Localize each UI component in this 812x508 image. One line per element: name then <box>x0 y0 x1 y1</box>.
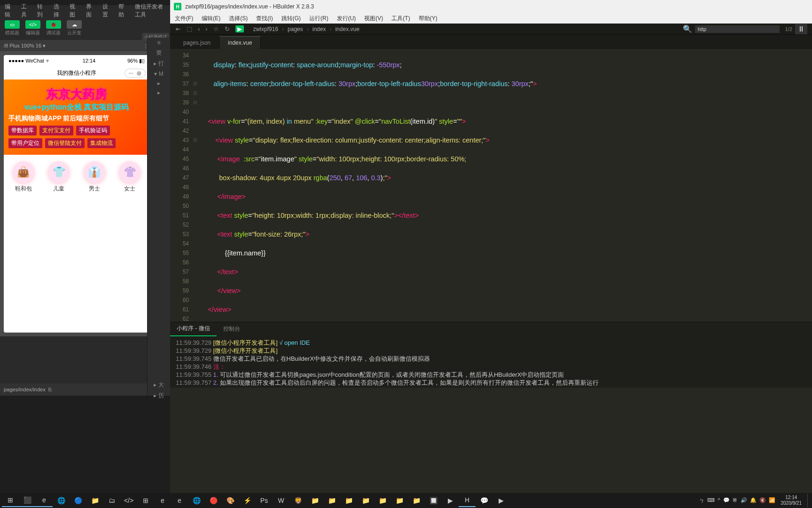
tray-icon-4[interactable]: ⛨ <box>733 497 738 504</box>
side-tree-3[interactable]: ▸ <box>157 80 160 87</box>
console-output[interactable]: 11:59:39.729 [微信小程序开发者工具] √ open IDE11:5… <box>170 336 812 388</box>
taskbar-app-14[interactable]: ⚡ <box>239 494 256 507</box>
breadcrumb-file[interactable]: index.vue <box>335 26 359 32</box>
simulator-button[interactable]: ▭模拟器 <box>5 20 20 36</box>
taskbar-app-26[interactable]: ▶ <box>442 494 459 507</box>
taskbar-app-22[interactable]: 📁 <box>374 494 391 507</box>
menu-goto[interactable]: 转到 <box>37 3 46 19</box>
menu-find[interactable]: 查找(I) <box>256 15 273 23</box>
tray-icon-3[interactable]: 💬 <box>723 497 730 504</box>
taskbar-app-18[interactable]: 📁 <box>306 494 323 507</box>
taskbar-app-2[interactable]: e <box>36 494 53 507</box>
nav-panel-icon[interactable]: ⬚ <box>187 25 192 32</box>
tray-icon-5[interactable]: 🔊 <box>741 497 747 504</box>
category-women[interactable]: 👚女士 <box>119 161 141 193</box>
menu-run[interactable]: 运行(R) <box>309 15 328 23</box>
category-bags[interactable]: 👜鞋和包 <box>13 161 34 193</box>
tray-icon-6[interactable]: 🔔 <box>750 497 757 504</box>
menu-edit[interactable]: 编辑(E) <box>202 15 220 23</box>
side-tree-4[interactable]: ▸ <box>157 89 160 96</box>
nav-collapse-icon[interactable]: ⇤ <box>176 25 181 32</box>
taskbar-app-24[interactable]: 📁 <box>408 494 425 507</box>
menu-select[interactable]: 选择 <box>54 3 62 19</box>
run-button[interactable]: ▶ <box>235 25 244 32</box>
taskbar-app-8[interactable]: ⊞ <box>137 494 154 507</box>
promo-banner[interactable]: 东京大药房 vue+python全栈 真实项目源码 手机购物商城APP 前后端所… <box>4 79 149 155</box>
copy-icon[interactable]: ⎘ <box>48 387 52 392</box>
debugger-button[interactable]: 🐞调试器 <box>46 20 61 36</box>
pause-button[interactable]: ⏸ <box>795 24 807 34</box>
taskbar-app-7[interactable]: </> <box>120 494 137 507</box>
console-tab-terminal[interactable]: 控制台 <box>217 322 247 336</box>
taskbar-app-9[interactable]: e <box>154 494 171 507</box>
nav-bookmark-icon[interactable]: ☆ <box>213 25 219 32</box>
menu-wxdevtools[interactable]: 微信开发者工具 <box>135 3 165 19</box>
explorer-icon[interactable]: ≡ <box>157 40 160 46</box>
code-editor[interactable]: 3435363738394041424344454647484950515253… <box>170 49 812 322</box>
taskbar-app-23[interactable]: 📁 <box>391 494 408 507</box>
nav-back-icon[interactable]: ‹ <box>198 25 200 32</box>
search-input[interactable] <box>695 25 780 33</box>
tray-icon-7[interactable]: 🔇 <box>759 497 766 504</box>
taskbar-app-15[interactable]: Ps <box>256 494 273 507</box>
menu-edit[interactable]: 编辑 <box>5 3 14 19</box>
taskbar-app-4[interactable]: 🔵 <box>70 494 86 507</box>
taskbar-app-0[interactable]: ⊞ <box>2 494 19 507</box>
tab-pages-json[interactable]: pages.json <box>175 37 219 49</box>
tray-icon-1[interactable]: ⌨ <box>707 497 715 504</box>
cloud-dev-button[interactable]: ☁云开发 <box>67 20 82 36</box>
menu-help[interactable]: 帮助(Y) <box>419 15 437 23</box>
side-tree-6[interactable]: ▸ 历 <box>154 392 164 400</box>
show-desktop-button[interactable] <box>807 494 810 507</box>
device-selector[interactable]: /8 Plus 100% 16 ▾ <box>4 43 46 49</box>
taskbar-app-11[interactable]: 🌐 <box>188 494 205 507</box>
tray-icon-2[interactable]: ^ <box>718 497 720 504</box>
side-tree-2[interactable]: ▾ M <box>154 71 163 77</box>
menu-settings[interactable]: 设置 <box>102 3 111 19</box>
tray-icon-0[interactable]: ㄅ <box>699 497 704 504</box>
menu-tools[interactable]: 工具(T) <box>391 15 410 23</box>
category-kids[interactable]: 👕儿童 <box>48 161 70 193</box>
breadcrumb-pages[interactable]: pages <box>288 26 303 32</box>
menu-view[interactable]: 视图 <box>70 3 78 19</box>
side-tree-1[interactable]: ▸ 打 <box>154 60 164 68</box>
taskbar-app-28[interactable]: 💬 <box>476 494 492 507</box>
taskbar-app-5[interactable]: 📁 <box>86 494 103 507</box>
editor-button[interactable]: </>编辑器 <box>25 20 40 36</box>
capsule-button[interactable]: ··· ◎ <box>125 69 146 78</box>
menu-help[interactable]: 帮助 <box>118 3 127 19</box>
breadcrumb-project[interactable]: zwlxpf916 <box>253 26 278 32</box>
menu-publish[interactable]: 发行(U) <box>337 15 356 23</box>
code-content[interactable]: display: flex;justify-content: space-aro… <box>200 51 812 322</box>
menu-select[interactable]: 选择(S) <box>229 15 248 23</box>
menu-goto[interactable]: 跳转(G) <box>281 15 301 23</box>
taskbar-app-12[interactable]: 🔴 <box>205 494 222 507</box>
taskbar-app-6[interactable]: 🗂 <box>103 494 120 507</box>
taskbar-app-13[interactable]: 🎨 <box>222 494 239 507</box>
taskbar-app-16[interactable]: W <box>273 494 289 507</box>
menu-view[interactable]: 视图(V) <box>364 15 383 23</box>
taskbar-app-29[interactable]: ▶ <box>492 494 509 507</box>
taskbar-app-27[interactable]: H <box>459 494 476 507</box>
menu-tool[interactable]: 工具 <box>21 3 30 19</box>
page-path[interactable]: pages/index/index <box>4 387 46 392</box>
tray-icon-8[interactable]: 📶 <box>769 497 775 504</box>
taskbar-clock[interactable]: 12:14 2020/9/21 <box>778 495 805 506</box>
taskbar-app-21[interactable]: 📁 <box>357 494 374 507</box>
taskbar-app-17[interactable]: 🦁 <box>289 494 306 507</box>
taskbar-app-3[interactable]: 🌐 <box>53 494 70 507</box>
category-men[interactable]: 👔男士 <box>84 161 105 193</box>
nav-forward-icon[interactable]: › <box>205 25 207 32</box>
taskbar-app-25[interactable]: 🔲 <box>425 494 442 507</box>
search-icon[interactable]: 🔍 <box>683 24 692 33</box>
nav-refresh-icon[interactable]: ↻ <box>225 25 230 32</box>
side-tree-5[interactable]: ▸ 大 <box>154 381 164 389</box>
taskbar-app-20[interactable]: 📁 <box>340 494 357 507</box>
breadcrumb-index[interactable]: index <box>312 26 326 32</box>
menu-interface[interactable]: 界面 <box>86 3 95 19</box>
tab-index-vue[interactable]: index.vue <box>219 36 261 49</box>
taskbar-app-10[interactable]: e <box>171 494 188 507</box>
menu-file[interactable]: 文件(F) <box>175 15 193 23</box>
taskbar-app-1[interactable]: ⬛ <box>19 494 36 507</box>
console-tab-miniprogram[interactable]: 小程序 - 微信 <box>170 322 217 336</box>
